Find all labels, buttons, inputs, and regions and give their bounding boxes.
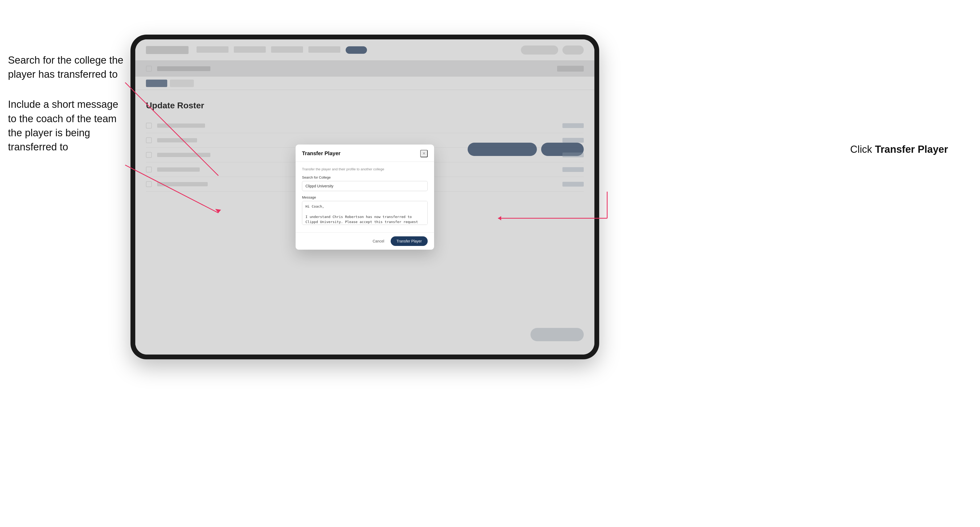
search-college-input[interactable] (302, 181, 428, 191)
annotation-right: Click Transfer Player (850, 144, 948, 155)
cancel-button[interactable]: Cancel (369, 237, 387, 245)
modal-subtitle: Transfer the player and their profile to… (302, 167, 428, 171)
message-label: Message (302, 195, 428, 199)
message-textarea[interactable] (302, 201, 428, 225)
transfer-player-button[interactable]: Transfer Player (391, 237, 428, 246)
annotation-left-top: Search for the college the player has tr… (8, 53, 125, 81)
modal-header: Transfer Player × (296, 144, 434, 162)
modal-footer: Cancel Transfer Player (296, 232, 434, 250)
ipad-screen: Update Roster (135, 40, 594, 354)
annotation-left: Search for the college the player has tr… (8, 53, 125, 170)
modal-body: Transfer the player and their profile to… (296, 162, 434, 232)
transfer-player-modal: ▶ Transfer Player × Transfer the player … (296, 144, 434, 250)
modal-overlay: ▶ Transfer Player × Transfer the player … (135, 40, 594, 354)
annotation-left-bottom: Include a short message to the coach of … (8, 97, 125, 154)
modal-title: Transfer Player (302, 151, 340, 157)
ipad-frame: Update Roster (130, 35, 599, 359)
annotation-right-text: Click (850, 144, 872, 155)
search-college-label: Search for College (302, 175, 428, 179)
modal-close-button[interactable]: × (420, 150, 428, 157)
annotation-right-bold: Transfer Player (875, 144, 948, 155)
